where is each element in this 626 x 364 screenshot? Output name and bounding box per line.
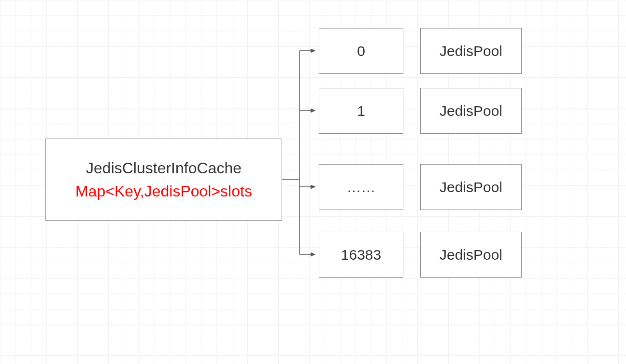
main-box: JedisClusterInfoCache Map<Key,JedisPool>… [45,139,282,221]
pool-box-2: JedisPool [420,164,522,210]
pool-label: JedisPool [440,247,502,263]
pool-box-1: JedisPool [420,88,522,134]
slot-box-1: 1 [319,88,403,134]
pool-box-3: JedisPool [420,232,522,278]
slot-label: …… [347,179,376,196]
pool-label: JedisPool [440,179,502,196]
pool-label: JedisPool [440,103,502,119]
slot-box-3: 16383 [319,232,403,278]
slot-box-0: 0 [319,28,403,74]
main-title: JedisClusterInfoCache [86,156,242,180]
slot-label: 1 [357,103,365,119]
main-subtitle: Map<Key,JedisPool>slots [75,180,252,203]
pool-label: JedisPool [440,43,502,59]
slot-label: 16383 [341,247,381,263]
slot-box-2: …… [319,164,403,210]
pool-box-0: JedisPool [420,28,522,74]
slot-label: 0 [357,43,365,59]
